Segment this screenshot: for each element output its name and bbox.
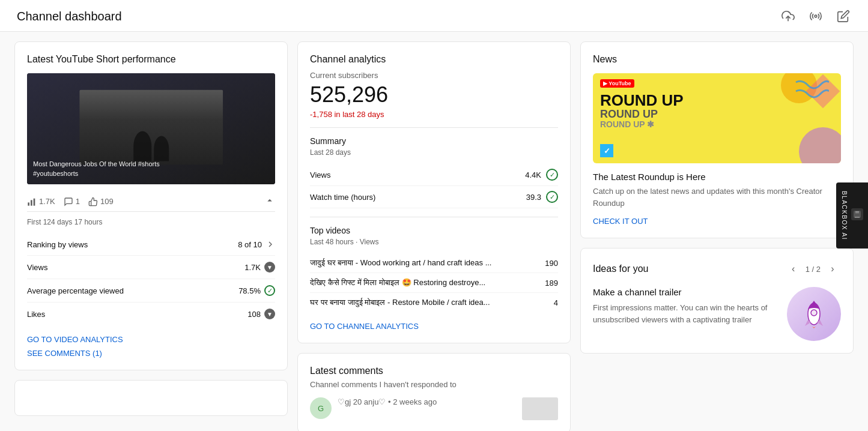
analytics-card-title: Channel analytics [310,54,558,65]
channel-analytics-card: Channel analytics Current subscribers 52… [297,41,571,343]
svg-rect-2 [28,202,29,205]
published-card-partial [14,380,288,416]
video-stats-row: 1.7K 1 109 [27,191,275,212]
metric-likes: Likes 108 ▼ [27,303,275,326]
blackbox-sidebar[interactable]: BLACKBOX AI [836,182,868,249]
ideas-next-button[interactable]: › [824,261,841,277]
divider-2 [310,217,558,217]
svg-point-1 [815,15,817,17]
main-grid: Latest YouTube Short performance Most Da… [0,32,868,431]
right-column: News ▶ YouTube ROUND UP [580,41,854,431]
summary-views-row: Views 4.4K ✓ [310,164,558,186]
metrics-table: Ranking by views 8 of 10 Views [27,234,275,325]
header: Channel dashboard [0,0,868,32]
idea-title: Make a channel trailer [593,287,777,297]
top-video-row-2: देखिए कैसे गिफ्ट में मिला मोबाइल 🤩 Resto… [310,273,558,293]
latest-comments-card: Latest comments Channel comments I haven… [297,353,571,431]
news-article-desc: Catch up on the latest news and updates … [593,185,841,209]
metric-views: Views 1.7K ▼ [27,256,275,279]
views-stat: 1.7K [27,197,55,206]
video-analytics-link[interactable]: GO TO VIDEO ANALYTICS [27,335,275,344]
comment-meta: ♡gj 20 anju♡ • 2 weeks ago [338,397,516,406]
video-thumbnail[interactable]: Most Dangerous Jobs Of the World #shorts… [27,73,275,184]
idea-description: First impressions matter. You can win th… [593,302,777,325]
comment-avatar: G [310,397,332,419]
ideas-prev-button[interactable]: ‹ [785,261,802,277]
subscriber-change: -1,758 in last 28 days [310,110,558,119]
header-actions [780,8,851,24]
svg-point-6 [811,310,817,316]
svg-rect-4 [34,198,35,205]
ideas-counter: 1 / 2 [806,265,821,274]
create-icon[interactable] [836,8,851,24]
comments-subtitle: Channel comments I haven't responded to [310,380,558,389]
shorts-performance-card: Latest YouTube Short performance Most Da… [14,41,288,370]
rocket-illustration [787,287,841,341]
page-title: Channel dashboard [17,10,122,23]
metric-ranking: Ranking by views 8 of 10 [27,234,275,256]
likes-stat: 109 [88,197,114,206]
comments-stat: 1 [64,197,80,206]
shorts-card-title: Latest YouTube Short performance [27,54,275,65]
ideas-content: Make a channel trailer First impressions… [593,287,841,341]
svg-rect-3 [31,200,32,205]
check-it-out-link[interactable]: CHECK IT OUT [593,217,648,226]
ideas-header: Ideas for you ‹ 1 / 2 › [593,261,841,277]
summary-watchtime-row: Watch time (hours) 39.3 ✓ [310,186,558,208]
news-title-heading: News [593,54,841,65]
top-video-row-3: घर पर बनाया जादुई मोबाइल - Restore Mobil… [310,293,558,312]
expand-button[interactable] [264,195,275,208]
yt-logo-mini: ▶ YouTube [600,79,634,88]
upload-icon[interactable] [780,8,796,24]
live-icon[interactable] [808,8,824,24]
video-label: Most Dangerous Jobs Of the World #shorts… [33,160,269,178]
left-column: Latest YouTube Short performance Most Da… [14,41,288,431]
top-videos-period: Last 48 hours · Views [310,238,558,246]
summary-period: Last 28 days [310,148,558,157]
subscriber-label: Current subscribers [310,71,558,80]
news-card: News ▶ YouTube ROUND UP [580,41,854,238]
go-to-channel-analytics-link[interactable]: GO TO CHANNEL ANALYTICS [310,322,419,331]
see-comments-link[interactable]: SEE COMMENTS (1) [27,349,275,358]
top-videos-title: Top videos [310,226,558,235]
ideas-title: Ideas for you [593,264,649,274]
top-video-row-1: जादुई घर बनाया - Wood working art / hand… [310,253,558,273]
ideas-text-block: Make a channel trailer First impressions… [593,287,777,325]
summary-title: Summary [310,136,558,146]
news-article-title: The Latest Roundup is Here [593,172,841,182]
duration-text: First 124 days 17 hours [27,218,275,226]
metric-avg-viewed: Average percentage viewed 78.5% ✓ [27,279,275,303]
comment-thumbnail [522,397,558,420]
comment-content: ♡gj 20 anju♡ • 2 weeks ago [338,397,516,409]
middle-column: Channel analytics Current subscribers 52… [297,41,571,431]
divider-1 [310,127,558,128]
comments-title: Latest comments [310,366,558,376]
comment-row: G ♡gj 20 anju♡ • 2 weeks ago [310,397,558,420]
subscriber-count: 525,296 [310,82,558,107]
ideas-navigation: ‹ 1 / 2 › [785,261,841,277]
news-banner: ▶ YouTube ROUND UP ROUND UP ROUND UP ✱ ✓ [593,73,841,163]
ideas-card: Ideas for you ‹ 1 / 2 › Make a channel t… [580,248,854,354]
